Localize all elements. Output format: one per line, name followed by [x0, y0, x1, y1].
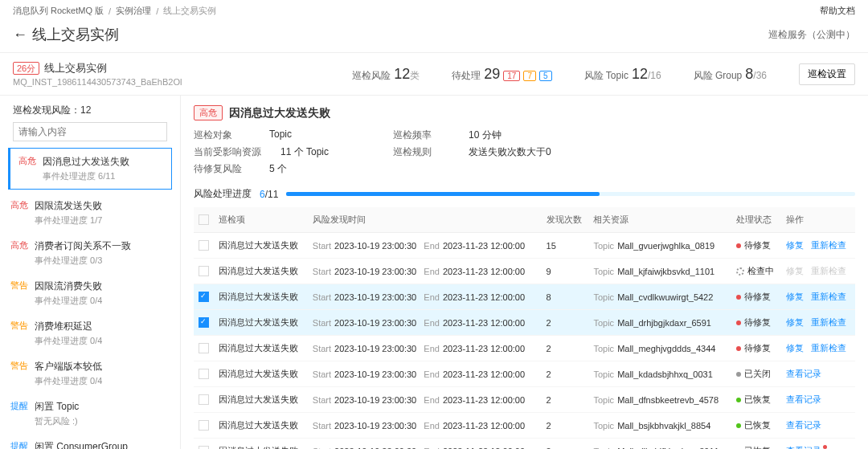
- row-checkbox[interactable]: [199, 369, 209, 379]
- status-cell: 已关闭: [731, 361, 781, 387]
- sidebar-item-7[interactable]: 提醒闲置 ConsumerGroup: [0, 434, 180, 449]
- action-fix[interactable]: 修复: [786, 317, 804, 327]
- level-tag: 提醒: [10, 440, 28, 449]
- sidebar-item-1[interactable]: 高危因限流发送失败事件处理进度 1/7: [0, 193, 180, 233]
- sidebar-item-5[interactable]: 警告客户端版本较低事件处理进度 0/4: [0, 353, 180, 394]
- table-row: 因消息过大发送失败 Start2023-10-19 23:00:30 End20…: [194, 336, 855, 361]
- level-tag: 高危: [10, 239, 28, 267]
- status-cell: 已恢复: [731, 387, 781, 413]
- table-row: 因消息过大发送失败 Start2023-10-19 23:00:30 End20…: [194, 233, 855, 259]
- sidebar-item-2[interactable]: 高危消费者订阅关系不一致事件处理进度 0/3: [0, 233, 180, 273]
- level-tag: 警告: [10, 280, 28, 307]
- row-checkbox[interactable]: [199, 446, 209, 449]
- action-recheck[interactable]: 重新检查: [811, 317, 846, 327]
- status-cell: 已恢复: [731, 413, 781, 439]
- page-title: 线上交易实例: [32, 25, 119, 44]
- status-cell: 已恢复: [731, 439, 781, 450]
- bc-3: 线上交易实例: [163, 5, 216, 17]
- risk-table: 巡检项风险发现时间发现次数相关资源处理状态操作 因消息过大发送失败 Start2…: [194, 207, 855, 449]
- row-checkbox[interactable]: [199, 420, 209, 431]
- level-tag: 警告: [10, 320, 28, 347]
- stat-pending: 待处理291775: [452, 66, 551, 83]
- table-row: 因消息过大发送失败 Start2023-10-19 23:00:30 End20…: [194, 361, 855, 387]
- checkbox-all[interactable]: [199, 214, 209, 225]
- action-view[interactable]: 查看记录: [786, 420, 821, 430]
- level-tag: 提醒: [10, 400, 28, 427]
- table-row: 因消息过大发送失败 Start2023-10-19 23:00:30 End20…: [194, 387, 855, 413]
- stat-group: 风险 Group8/36: [694, 66, 767, 83]
- instance-name: 线上交易实例: [44, 62, 107, 74]
- sidebar-item-6[interactable]: 提醒闲置 Topic暂无风险 :): [0, 394, 180, 434]
- table-row: 因消息过大发送失败 Start2023-10-19 23:00:30 End20…: [194, 439, 855, 450]
- level-tag: 高危: [18, 155, 36, 182]
- breadcrumb: 消息队列 RocketMQ 版 / 实例治理 / 线上交易实例 帮助文档: [0, 0, 868, 22]
- action-view[interactable]: 查看记录: [786, 446, 827, 449]
- bc-2[interactable]: 实例治理: [116, 5, 151, 17]
- progress-label: 风险处理进度: [194, 187, 252, 201]
- action-view[interactable]: 查看记录: [786, 369, 821, 378]
- level-tag: 警告: [10, 360, 28, 387]
- service-note: 巡检服务（公测中）: [768, 28, 855, 42]
- bc-1[interactable]: 消息队列 RocketMQ 版: [13, 5, 104, 17]
- risk-title: 因消息过大发送失败: [229, 106, 330, 120]
- status-cell: 待修复: [731, 284, 781, 310]
- status-cell: 检查中: [731, 259, 781, 284]
- stat-topic: 风险 Topic12/16: [584, 66, 661, 83]
- action-fix[interactable]: 修复: [786, 240, 804, 250]
- stat-risks: 巡检风险12类: [352, 66, 420, 83]
- row-checkbox[interactable]: [199, 394, 209, 405]
- action-recheck: 重新检查: [811, 266, 846, 276]
- table-row: 因消息过大发送失败 Start2023-10-19 23:00:30 End20…: [194, 413, 855, 439]
- instance-id: MQ_INST_1986114430573743_BaEhB2Ol: [13, 77, 182, 87]
- table-row: 因消息过大发送失败 Start2023-10-19 23:00:30 End20…: [194, 259, 855, 284]
- status-cell: 待修复: [731, 310, 781, 336]
- help-link[interactable]: 帮助文档: [820, 5, 855, 17]
- sidebar-head: 巡检发现风险：12: [0, 104, 180, 122]
- action-fix: 修复: [786, 266, 804, 276]
- action-recheck[interactable]: 重新检查: [811, 240, 846, 250]
- action-recheck[interactable]: 重新检查: [811, 343, 846, 353]
- score-badge: 26分: [13, 62, 39, 75]
- settings-button[interactable]: 巡检设置: [799, 63, 855, 85]
- progress-bar: [286, 192, 855, 196]
- row-checkbox[interactable]: [199, 317, 209, 328]
- table-row: 因消息过大发送失败 Start2023-10-19 23:00:30 End20…: [194, 310, 855, 336]
- action-fix[interactable]: 修复: [786, 343, 804, 353]
- back-icon[interactable]: ←: [13, 27, 27, 43]
- sidebar-item-0[interactable]: 高危因消息过大发送失败事件处理进度 6/11: [8, 148, 172, 190]
- sidebar-item-4[interactable]: 警告消费堆积延迟事件处理进度 0/4: [0, 313, 180, 353]
- action-recheck[interactable]: 重新检查: [811, 292, 846, 301]
- action-fix[interactable]: 修复: [786, 292, 804, 301]
- table-row: 因消息过大发送失败 Start2023-10-19 23:00:30 End20…: [194, 284, 855, 310]
- risk-tag: 高危: [194, 105, 223, 120]
- status-cell: 待修复: [731, 233, 781, 259]
- row-checkbox[interactable]: [199, 240, 209, 251]
- row-checkbox[interactable]: [199, 343, 209, 353]
- row-checkbox[interactable]: [199, 292, 209, 302]
- status-cell: 待修复: [731, 336, 781, 361]
- sidebar-item-3[interactable]: 警告因限流消费失败事件处理进度 0/4: [0, 273, 180, 313]
- action-view[interactable]: 查看记录: [786, 394, 821, 404]
- search-input[interactable]: [13, 122, 167, 141]
- row-checkbox[interactable]: [199, 266, 209, 276]
- level-tag: 高危: [10, 199, 28, 227]
